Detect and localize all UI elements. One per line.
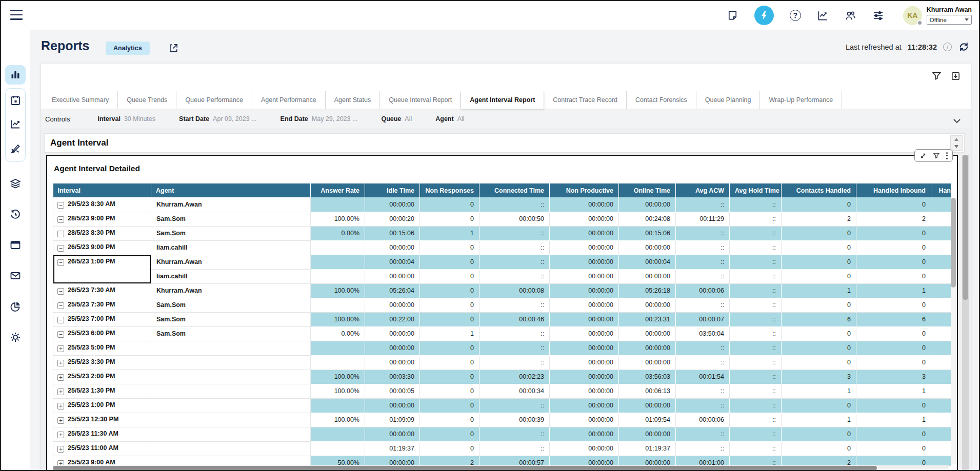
scroll-down-arrow-icon[interactable]: [951, 143, 962, 150]
value-cell-avg-hold-time[interactable]: ::: [730, 312, 782, 326]
value-cell-non-responses[interactable]: 0: [420, 370, 479, 384]
value-cell-idle-time[interactable]: 00:00:00: [365, 427, 420, 441]
value-cell-handled-inbound[interactable]: 0: [856, 456, 931, 466]
value-cell-avg-hold-time[interactable]: ::: [730, 240, 782, 255]
expand-plus-icon[interactable]: +: [57, 388, 64, 395]
value-cell-answer-rate[interactable]: 100.00%: [311, 384, 365, 398]
value-cell-contacts-handled[interactable]: 3: [782, 370, 856, 384]
value-cell-avg-hold-time[interactable]: ::: [730, 269, 782, 283]
value-cell-online-time[interactable]: 03:56:03: [619, 370, 676, 384]
value-cell-idle-time[interactable]: 00:00:00: [365, 240, 420, 255]
tab-wrap-up-performance[interactable]: Wrap-Up Performance: [760, 91, 842, 109]
value-cell-contacts-handled[interactable]: 0: [782, 326, 856, 341]
value-cell-avg-acw[interactable]: ::: [676, 398, 730, 413]
value-cell-handled-inbound[interactable]: 1: [856, 384, 931, 398]
value-cell-connected-time[interactable]: 00:00:39: [479, 413, 550, 427]
value-cell-avg-acw[interactable]: ::: [676, 269, 730, 283]
value-cell-online-time[interactable]: 00:00:00: [619, 355, 676, 370]
agent-cell[interactable]: Khurram.Awan: [151, 255, 311, 269]
value-cell-online-time[interactable]: 00:00:00: [619, 427, 676, 441]
agent-cell[interactable]: [151, 370, 311, 384]
interval-cell[interactable]: −25/5/23 7:30 PM: [53, 298, 151, 312]
value-cell-non-responses[interactable]: 2: [420, 456, 479, 466]
agent-cell[interactable]: Khurram.Awan: [151, 197, 311, 212]
value-cell-non-responses[interactable]: 0: [420, 341, 479, 355]
agent-cell[interactable]: Sam.Som: [151, 212, 311, 226]
value-cell-non-responses[interactable]: 0: [420, 283, 479, 298]
value-cell-idle-time[interactable]: 00:00:00: [365, 398, 420, 413]
agent-cell[interactable]: [151, 355, 311, 370]
expand-plus-icon[interactable]: +: [57, 374, 64, 381]
column-header-contacts-handled[interactable]: Contacts Handled: [782, 183, 856, 197]
value-cell-connected-time[interactable]: ::: [479, 255, 550, 269]
value-cell-avg-hold-time[interactable]: ::: [730, 398, 782, 413]
tab-contact-forensics[interactable]: Contact Forensics: [627, 91, 696, 109]
value-cell-han[interactable]: [931, 312, 951, 326]
control-agent[interactable]: AgentAll: [435, 115, 464, 122]
value-cell-non-productive[interactable]: 00:00:00: [550, 413, 619, 427]
value-cell-idle-time[interactable]: 00:00:00: [365, 341, 420, 355]
value-cell-han[interactable]: [931, 441, 951, 456]
value-cell-online-time[interactable]: 00:00:04: [619, 255, 676, 269]
value-cell-connected-time[interactable]: 00:02:23: [479, 370, 550, 384]
value-cell-idle-time[interactable]: 00:00:00: [365, 197, 420, 212]
value-cell-idle-time[interactable]: 05:26:04: [365, 283, 420, 298]
agent-cell[interactable]: Khurram.Awan: [151, 283, 311, 298]
value-cell-idle-time[interactable]: 00:00:20: [365, 212, 420, 226]
controls-collapse-chevron-icon[interactable]: [953, 116, 961, 125]
value-cell-online-time[interactable]: 01:09:54: [619, 413, 676, 427]
value-cell-connected-time[interactable]: ::: [479, 326, 550, 341]
scrollbar-thumb[interactable]: [53, 466, 877, 470]
tab-queue-trends[interactable]: Queue Trends: [118, 91, 176, 109]
value-cell-non-productive[interactable]: 00:00:00: [550, 456, 619, 466]
value-cell-handled-inbound[interactable]: 0: [856, 298, 931, 312]
value-cell-han[interactable]: [931, 226, 951, 240]
value-cell-handled-inbound[interactable]: 0: [856, 326, 931, 341]
value-cell-avg-hold-time[interactable]: ::: [730, 298, 782, 312]
value-cell-non-responses[interactable]: 0: [420, 197, 479, 212]
value-cell-idle-time[interactable]: 00:00:00: [365, 326, 420, 341]
value-cell-handled-inbound[interactable]: 1: [856, 413, 931, 427]
value-cell-answer-rate[interactable]: 100.00%: [311, 370, 365, 384]
quick-actions-icon[interactable]: [754, 6, 774, 25]
agent-cell[interactable]: liam.cahill: [151, 269, 311, 283]
value-cell-idle-time[interactable]: 00:03:30: [365, 370, 420, 384]
collapse-minus-icon[interactable]: −: [57, 259, 64, 266]
value-cell-non-responses[interactable]: 0: [420, 269, 479, 283]
tab-queue-performance[interactable]: Queue Performance: [176, 91, 252, 109]
value-cell-avg-acw[interactable]: ::: [676, 427, 730, 441]
value-cell-idle-time[interactable]: 00:22:00: [365, 312, 420, 326]
value-cell-non-productive[interactable]: 00:00:00: [550, 384, 619, 398]
scrollbar-thumb[interactable]: [963, 155, 968, 300]
value-cell-online-time[interactable]: 00:00:00: [619, 298, 676, 312]
value-cell-handled-inbound[interactable]: 0: [856, 341, 931, 355]
value-cell-non-responses[interactable]: 0: [420, 355, 479, 370]
value-cell-handled-inbound[interactable]: 1: [856, 283, 931, 298]
value-cell-connected-time[interactable]: 00:00:34: [479, 384, 550, 398]
agent-cell[interactable]: Sam.Som: [151, 226, 311, 240]
column-header-non-productive[interactable]: Non Productive: [550, 183, 619, 197]
value-cell-non-productive[interactable]: 00:00:00: [550, 427, 619, 441]
value-cell-avg-hold-time[interactable]: ::: [730, 456, 782, 466]
value-cell-non-productive[interactable]: 00:00:00: [550, 355, 619, 370]
value-cell-answer-rate[interactable]: [311, 298, 365, 312]
interval-cell[interactable]: +25/5/23 12:30 PM: [53, 413, 151, 427]
value-cell-non-productive[interactable]: 00:00:00: [550, 283, 619, 298]
sidebar-item-browser[interactable]: [9, 239, 22, 251]
value-cell-han[interactable]: [931, 240, 951, 255]
notes-icon[interactable]: [727, 9, 739, 22]
value-cell-online-time[interactable]: 00:00:00: [619, 197, 676, 212]
analytics-chart-icon[interactable]: [817, 9, 829, 22]
value-cell-contacts-handled[interactable]: 0: [782, 269, 856, 283]
value-cell-non-responses[interactable]: 0: [420, 240, 479, 255]
value-cell-connected-time[interactable]: 00:00:57: [479, 456, 550, 466]
value-cell-answer-rate[interactable]: [311, 341, 365, 355]
value-cell-contacts-handled[interactable]: 0: [782, 441, 856, 456]
interval-cell[interactable]: +25/5/23 9:00 AM: [53, 456, 151, 466]
value-cell-answer-rate[interactable]: [311, 427, 365, 441]
value-cell-idle-time[interactable]: 01:19:37: [365, 441, 420, 456]
value-cell-idle-time[interactable]: 00:00:00: [365, 355, 420, 370]
value-cell-non-productive[interactable]: 00:00:00: [550, 255, 619, 269]
value-cell-handled-inbound[interactable]: 3: [856, 370, 931, 384]
value-cell-non-productive[interactable]: 00:00:00: [550, 441, 619, 456]
